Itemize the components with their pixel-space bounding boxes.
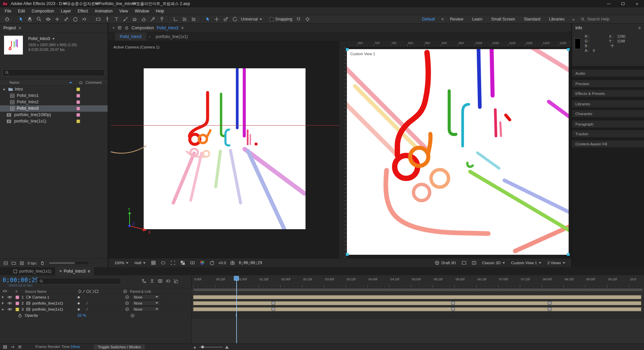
zoom-in-mountain-icon[interactable]: [225, 345, 229, 349]
info-panel-header[interactable]: Info ≡: [572, 24, 644, 32]
twirl-closed-icon[interactable]: [2, 302, 4, 305]
label-chip[interactable]: [15, 302, 19, 305]
snapping-toggle[interactable]: Snapping: [269, 17, 294, 22]
menu-help[interactable]: Help: [152, 7, 168, 15]
name-column-header[interactable]: Name: [9, 80, 19, 84]
quality-switch-icon[interactable]: ◆: [77, 300, 80, 306]
panel-preview[interactable]: Preview: [572, 80, 644, 87]
project-row-intro[interactable]: Intro: [0, 86, 108, 93]
eye-icon[interactable]: [7, 308, 12, 311]
transparency-grid-button[interactable]: [179, 260, 186, 266]
workspace-review[interactable]: Review: [446, 17, 468, 22]
twirl-open-icon[interactable]: [1, 309, 4, 311]
collapse-switch-icon[interactable]: ⁄: [87, 306, 87, 312]
snap-options-button[interactable]: [303, 15, 312, 23]
timeline-column-headers[interactable]: # Source Name Parent & Link: [0, 288, 192, 294]
project-row-comp[interactable]: Pofol_Intro2: [0, 99, 108, 105]
eye-icon[interactable]: [7, 295, 12, 299]
layer-duration-bar[interactable]: [193, 307, 641, 311]
gizmo-scale-button[interactable]: [221, 15, 230, 23]
project-item-label[interactable]: portfolio_line(1080p): [14, 112, 51, 118]
chevron-left-icon[interactable]: ‹: [146, 34, 153, 39]
resolution-dropdown[interactable]: Half: [133, 261, 147, 265]
magnification-dropdown[interactable]: 100%: [113, 261, 130, 265]
panel-menu-icon[interactable]: ≡: [19, 26, 21, 30]
parent-dropdown[interactable]: None: [132, 294, 160, 300]
toggle-switches-modes-button[interactable]: Toggle Switches / Modes: [94, 344, 145, 350]
new-composition-icon[interactable]: [20, 261, 24, 266]
twirl-open-icon[interactable]: [3, 89, 5, 91]
panel-paragraph[interactable]: Paragraph: [572, 120, 644, 128]
label-column-icon[interactable]: [79, 81, 83, 85]
hide-shy-layers-icon[interactable]: [149, 278, 155, 284]
view-layout-dropdown[interactable]: 2 Views: [546, 261, 567, 265]
panel-menu-icon[interactable]: ≡: [87, 269, 90, 274]
label-chip[interactable]: [76, 100, 80, 104]
project-panel-header[interactable]: Project ≡: [0, 24, 108, 32]
project-row-comp[interactable]: Pofol_Intro1: [0, 93, 108, 99]
layer-track-1[interactable]: [192, 294, 644, 300]
viewer-tab-active[interactable]: Pofol_Intro3: [115, 32, 146, 41]
minimize-button[interactable]: [602, 0, 616, 7]
parent-pickwhip-icon[interactable]: [125, 301, 129, 305]
pan-behind-tool-button[interactable]: [80, 15, 89, 23]
selection-tool-button[interactable]: [16, 15, 25, 23]
comment-column-header[interactable]: Comment: [85, 80, 102, 84]
custom-view-label[interactable]: Custom View 1: [350, 52, 375, 56]
selection-handle[interactable]: [567, 48, 570, 51]
view-layout-button-2[interactable]: [471, 260, 477, 266]
panel-menu-icon[interactable]: ≡: [181, 26, 183, 30]
timeline-zoom-slider[interactable]: [199, 347, 223, 348]
active-camera-label[interactable]: Active Camera (Camera 1): [113, 45, 159, 49]
show-channels-button[interactable]: [199, 260, 206, 266]
grid-options-button[interactable]: [150, 260, 157, 266]
zoom-slider-knob[interactable]: [201, 346, 204, 348]
menu-file[interactable]: File: [1, 7, 14, 15]
layer-row-3[interactable]: 3 portfolio_line(1x1) ◆ ⁄ None: [0, 306, 192, 312]
layer-duration-bar[interactable]: [193, 301, 641, 305]
viewer-timecode[interactable]: 0;00;00;29: [239, 260, 262, 265]
menu-layer[interactable]: Layer: [58, 7, 74, 15]
composition-canvas-left[interactable]: [144, 68, 306, 229]
label-chip[interactable]: [76, 88, 80, 91]
playhead-line[interactable]: [236, 280, 237, 343]
time-ruler[interactable]: 0:00f 00:15f 01:00f 01:15f 02:00f 02:15f…: [192, 275, 644, 288]
layer-marker[interactable]: [272, 301, 275, 305]
interpret-footage-icon[interactable]: [3, 261, 8, 266]
rotation-tool-button[interactable]: [71, 15, 80, 23]
workspace-menu-icon[interactable]: ≡: [439, 17, 446, 22]
project-item-label[interactable]: Pofol_Intro1: [17, 93, 39, 99]
eraser-tool-button[interactable]: [139, 15, 148, 23]
parent-link-column[interactable]: Parent & Link: [130, 288, 151, 294]
source-name-column[interactable]: Source Name: [25, 288, 46, 294]
graph-editor-icon[interactable]: [174, 278, 179, 284]
timeline-search-box[interactable]: [37, 278, 121, 284]
work-area-bar[interactable]: [193, 288, 643, 291]
viewer-area[interactable]: Active Camera (Camera 1): [108, 41, 571, 258]
layer-name[interactable]: portfolio_line(1x1): [32, 306, 63, 312]
layer-marker[interactable]: [451, 301, 455, 305]
property-value[interactable]: 32 %: [77, 312, 86, 318]
snapping-checkbox[interactable]: [270, 18, 274, 21]
view-axis-mode-button[interactable]: [189, 15, 198, 23]
project-row-footage[interactable]: portfolio_line(1x1): [0, 118, 108, 125]
stopwatch-icon[interactable]: [18, 314, 22, 318]
brush-tool-button[interactable]: [121, 15, 130, 23]
hand-tool-button[interactable]: [26, 15, 34, 23]
label-chip[interactable]: [15, 295, 19, 299]
layer-row-2[interactable]: 2 portfolio_line(1x1) ◆ ⁄ None: [0, 300, 192, 306]
snap-to-feature-button[interactable]: [294, 15, 303, 23]
type-tool-button[interactable]: [112, 15, 121, 23]
gizmo-mode-dropdown[interactable]: Universal: [240, 17, 263, 22]
collapse-switch-icon[interactable]: ⁄: [87, 300, 87, 306]
panel-content-aware-fill[interactable]: Content-Aware Fill: [572, 140, 644, 147]
current-timecode[interactable]: 0;00;00;29: [3, 277, 39, 283]
label-chip[interactable]: [76, 94, 80, 98]
panel-libraries[interactable]: Libraries: [572, 100, 644, 107]
label-chip[interactable]: [76, 113, 80, 117]
local-axis-mode-button[interactable]: [171, 15, 180, 23]
exposure-value[interactable]: +0.0: [218, 261, 226, 265]
sync-status-icon[interactable]: [10, 345, 15, 349]
project-status-icon[interactable]: [3, 345, 7, 349]
menu-animation[interactable]: Animation: [91, 7, 116, 15]
